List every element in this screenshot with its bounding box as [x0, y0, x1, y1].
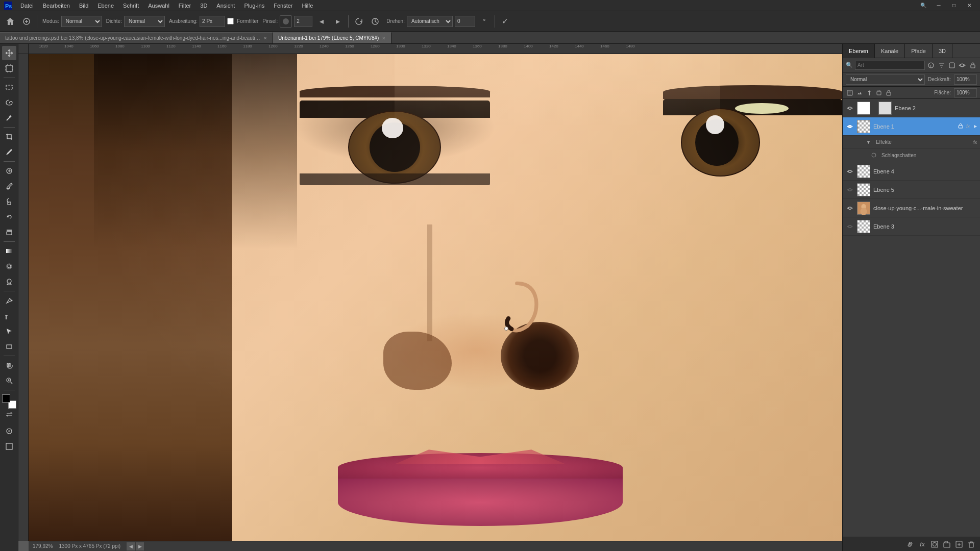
quick-mask-icon[interactable]	[2, 424, 16, 438]
layer-ebene4-visibility-icon[interactable]	[846, 168, 854, 174]
layer-ebene4[interactable]: Ebene 4	[843, 162, 980, 181]
tab2-close-button[interactable]: ✕	[382, 36, 386, 41]
layers-filter-type-icon[interactable]: T	[927, 61, 935, 70]
layers-filter-locked-icon[interactable]	[969, 61, 977, 70]
layer-ebene1-visibility-icon[interactable]	[846, 123, 854, 130]
menu-schrift[interactable]: Schrift	[119, 2, 143, 10]
ausbreitung-input[interactable]	[200, 16, 225, 27]
layers-delete-button[interactable]	[966, 539, 977, 550]
menu-filter[interactable]: Filter	[175, 2, 195, 10]
layer-ebene2[interactable]: Ebene 2	[843, 99, 980, 117]
layers-add-group-button[interactable]	[941, 539, 952, 550]
lock-artboards-icon[interactable]	[875, 89, 883, 97]
menu-bild[interactable]: Bild	[75, 2, 92, 10]
lasso-tool[interactable]	[2, 95, 16, 110]
screen-mode-icon[interactable]	[2, 439, 16, 454]
history-icon[interactable]	[368, 14, 382, 29]
layers-filter-visible-icon[interactable]	[958, 61, 966, 70]
menu-plugins[interactable]: Plug-ins	[240, 2, 268, 10]
layers-link-button[interactable]	[904, 539, 916, 550]
menu-datei[interactable]: Datei	[16, 2, 38, 10]
shadow-toggle-icon[interactable]	[871, 153, 876, 159]
pinsel-preview[interactable]	[280, 15, 292, 28]
layer-ebene1-dropshadow[interactable]: Schlagschatten	[843, 149, 980, 162]
angle-icon[interactable]: °	[477, 14, 492, 29]
eyedropper-tool[interactable]	[2, 145, 16, 159]
menu-fenster[interactable]: Fenster	[270, 2, 297, 10]
minimize-button[interactable]: ─	[931, 0, 946, 11]
app-icon[interactable]: Ps	[3, 1, 13, 11]
stamp-tool[interactable]	[2, 194, 16, 209]
tool-preset-icon[interactable]	[19, 14, 34, 29]
lock-image-icon[interactable]	[855, 89, 864, 97]
layer-ebene3[interactable]: Ebene 3	[843, 217, 980, 236]
maximize-button[interactable]: □	[946, 0, 962, 11]
canvas-viewport[interactable]	[29, 54, 842, 541]
layers-add-mask-button[interactable]	[929, 539, 940, 550]
move-tool[interactable]	[2, 46, 16, 60]
pen-tool[interactable]	[2, 293, 16, 308]
lock-position-icon[interactable]	[865, 89, 873, 97]
path-selection-tool[interactable]	[2, 324, 16, 338]
shape-tool[interactable]	[2, 339, 16, 354]
fill-input[interactable]	[954, 88, 977, 97]
home-icon[interactable]	[3, 14, 17, 29]
confirm-icon[interactable]: ✓	[498, 14, 512, 29]
pinsel-decrease-icon[interactable]: ◂	[314, 14, 329, 29]
layer-photo[interactable]: close-up-young-c...-male-in-sweater	[843, 199, 980, 217]
marquee-tool[interactable]	[2, 80, 16, 94]
healing-tool[interactable]	[2, 164, 16, 178]
layer-photo-visibility-icon[interactable]	[846, 205, 854, 211]
blend-mode-select[interactable]: Normal	[846, 74, 925, 85]
eraser-tool[interactable]	[2, 225, 16, 239]
crop-tool[interactable]	[2, 130, 16, 144]
layer-ebene3-visibility-icon[interactable]	[846, 223, 854, 230]
color-swatches[interactable]	[2, 394, 16, 409]
menu-ebene[interactable]: Ebene	[93, 2, 118, 10]
panel-tab-kanale[interactable]: Kanäle	[875, 44, 905, 58]
layer-ebene5-visibility-icon[interactable]	[846, 187, 854, 193]
menu-ansicht[interactable]: Ansicht	[212, 2, 239, 10]
effects-expand-icon[interactable]: ▼	[866, 140, 871, 145]
menu-hilfe[interactable]: Hilfe	[298, 2, 317, 10]
magic-wand-tool[interactable]	[2, 111, 16, 125]
drehen-select[interactable]: Automatisch	[407, 16, 453, 27]
status-prev-button[interactable]: ◀	[127, 542, 135, 550]
fg-color-swatch[interactable]	[2, 394, 10, 403]
brush-tool[interactable]	[2, 179, 16, 193]
menu-auswahl[interactable]: Auswahl	[144, 2, 174, 10]
layers-filter-smart-icon[interactable]	[948, 61, 956, 70]
angle-input[interactable]	[455, 16, 475, 27]
pinsel-size-input[interactable]	[294, 16, 312, 27]
layer-ebene2-visibility-icon[interactable]	[846, 105, 854, 111]
layers-filter-adjust-icon[interactable]	[937, 61, 945, 70]
menu-bearbeiten[interactable]: Bearbeiten	[39, 2, 74, 10]
formfilter-checkbox[interactable]	[227, 18, 234, 24]
layers-create-new-button[interactable]	[953, 539, 965, 550]
dichte-select[interactable]: Normal	[124, 16, 165, 27]
document-tab-2[interactable]: Unbenannt-1 bei 179% (Ebene 5, CMYK/8#) …	[273, 32, 391, 43]
panel-tab-ebenen[interactable]: Ebenen	[843, 44, 875, 58]
switch-colors-icon[interactable]	[2, 410, 16, 419]
layer-ebene5[interactable]: Ebene 5	[843, 181, 980, 199]
menu-3d[interactable]: 3D	[196, 2, 211, 10]
layers-add-fx-button[interactable]: fx	[917, 539, 928, 550]
layer-ebene1-expand-icon[interactable]: ▶	[974, 124, 977, 129]
close-button[interactable]: ✕	[962, 0, 977, 11]
document-tab-1[interactable]: tattoo und piercings.psd bei 13,8% (clos…	[0, 32, 273, 43]
blur-tool[interactable]	[2, 259, 16, 273]
hand-tool[interactable]	[2, 358, 16, 372]
pinsel-increase-icon[interactable]: ▸	[331, 14, 345, 29]
panel-tab-3d[interactable]: 3D	[933, 44, 952, 58]
reset-icon[interactable]	[352, 14, 366, 29]
layer-ebene1-effects-group[interactable]: ▼ Effekte fx	[843, 136, 980, 149]
opacity-input[interactable]	[954, 74, 977, 85]
tab1-close-button[interactable]: ✕	[263, 36, 267, 41]
zoom-tool[interactable]	[2, 373, 16, 388]
lock-transparent-icon[interactable]	[846, 89, 854, 97]
modus-select[interactable]: Normal	[61, 16, 102, 27]
gradient-tool[interactable]	[2, 244, 16, 258]
layer-ebene1[interactable]: Ebene 1 fx ▶	[843, 117, 980, 136]
artboard-tool[interactable]	[2, 61, 16, 76]
history-brush-tool[interactable]	[2, 210, 16, 224]
